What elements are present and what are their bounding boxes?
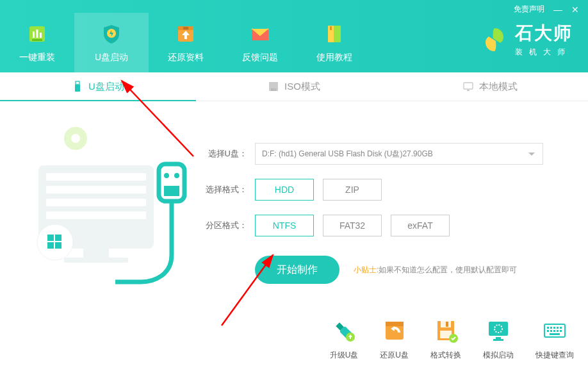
svg-rect-24 [46, 199, 146, 206]
partition-opt-exfat[interactable]: exFAT [391, 215, 450, 236]
action-format-convert[interactable]: 格式转换 [430, 318, 461, 361]
svg-rect-22 [46, 173, 146, 181]
iso-icon: ISO [268, 81, 279, 92]
svg-point-35 [174, 173, 179, 178]
start-button[interactable]: 开始制作 [255, 256, 339, 284]
subtab-label: ISO模式 [284, 81, 320, 93]
svg-rect-60 [557, 330, 559, 332]
svg-rect-13 [76, 81, 79, 85]
subtab-usb[interactable]: U盘启动 [0, 72, 196, 101]
partition-label: 分区格式： [205, 220, 247, 231]
svg-point-34 [164, 173, 169, 178]
tip-label: 小贴士: [354, 265, 379, 274]
action-hotkey[interactable]: 快捷键查询 [535, 318, 574, 361]
svg-rect-59 [553, 330, 555, 332]
restore-icon [382, 318, 407, 343]
nav-label: 一键重装 [19, 52, 55, 63]
nav-label: 还原资料 [168, 52, 204, 63]
svg-rect-4 [32, 39, 42, 41]
nav-usb-boot[interactable]: U盘启动 [74, 13, 149, 72]
app-header: 免责声明 — ✕ 一键重装 U盘启动 还原资料 反馈问题 [0, 0, 588, 72]
close-icon[interactable]: ✕ [571, 4, 579, 15]
floppy-icon [433, 318, 459, 343]
minimize-icon[interactable]: — [553, 4, 562, 15]
usb-label: 选择U盘： [205, 148, 247, 160]
illustration [19, 114, 192, 306]
partition-opt-fat32[interactable]: FAT32 [323, 215, 382, 236]
brand-logo-icon [480, 26, 509, 54]
svg-rect-61 [560, 330, 562, 332]
book-icon [323, 22, 346, 45]
subtab-label: U盘启动 [88, 81, 124, 93]
usb-select[interactable]: D:F: (hd1) General USB Flash Disk (U盘)27… [255, 143, 543, 165]
svg-rect-52 [547, 327, 549, 329]
tip-text: 小贴士:如果不知道怎么配置，使用默认配置即可 [354, 265, 517, 276]
action-label: 快捷键查询 [535, 350, 574, 361]
nav-tutorial[interactable]: 使用教程 [297, 13, 372, 72]
svg-rect-8 [183, 27, 188, 29]
svg-text:ISO: ISO [271, 88, 277, 92]
mail-icon [249, 22, 272, 45]
svg-rect-36 [164, 186, 179, 196]
monitor-icon [462, 81, 474, 92]
action-label: 还原U盘 [380, 350, 409, 361]
nav-feedback[interactable]: 反馈问题 [223, 13, 297, 72]
action-upgrade-usb[interactable]: 升级U盘 [330, 318, 359, 361]
action-label: 升级U盘 [330, 350, 359, 361]
svg-rect-41 [386, 322, 404, 326]
upload-box-icon [174, 22, 197, 45]
svg-rect-53 [550, 327, 552, 329]
format-opt-zip[interactable]: ZIP [323, 179, 382, 201]
svg-rect-31 [47, 242, 54, 249]
svg-rect-26 [83, 249, 109, 258]
monitor-boot-icon [486, 318, 511, 343]
svg-rect-62 [550, 333, 560, 335]
titlebar: 免责声明 — ✕ [505, 0, 588, 19]
svg-rect-14 [75, 85, 80, 92]
svg-rect-12 [330, 26, 332, 30]
action-label: 格式转换 [430, 350, 461, 361]
chart-icon [26, 22, 49, 45]
svg-rect-1 [33, 31, 35, 38]
subtab-iso[interactable]: ISO ISO模式 [196, 72, 392, 101]
svg-rect-47 [489, 322, 508, 336]
svg-rect-3 [40, 33, 42, 38]
action-simulate-boot[interactable]: 模拟启动 [483, 318, 514, 361]
partition-opt-ntfs[interactable]: NTFS [255, 215, 314, 236]
svg-point-20 [71, 134, 80, 143]
svg-rect-30 [55, 235, 61, 241]
action-restore-usb[interactable]: 还原U盘 [380, 318, 409, 361]
svg-rect-54 [553, 327, 555, 329]
main-nav: 一键重装 U盘启动 还原资料 反馈问题 使用教程 [0, 0, 372, 72]
usb-upgrade-icon [331, 318, 357, 343]
brand-subtitle: 装机大师 [515, 47, 573, 58]
usb-select-value: D:F: (hd1) General USB Flash Disk (U盘)27… [262, 149, 433, 160]
nav-label: 反馈问题 [242, 52, 278, 63]
svg-rect-17 [464, 83, 473, 89]
keyboard-icon [542, 318, 568, 343]
svg-rect-25 [46, 211, 146, 219]
format-opt-hdd[interactable]: HDD [255, 179, 314, 201]
main-content: 选择U盘： D:F: (hd1) General USB Flash Disk … [0, 101, 588, 371]
nav-label: 使用教程 [316, 52, 352, 63]
svg-rect-50 [493, 339, 503, 341]
svg-rect-44 [446, 322, 448, 327]
svg-rect-57 [547, 330, 549, 332]
nav-restore[interactable]: 还原资料 [149, 13, 223, 72]
subtabs: U盘启动 ISO ISO模式 本地模式 [0, 72, 588, 101]
svg-rect-27 [64, 258, 128, 263]
config-form: 选择U盘： D:F: (hd1) General USB Flash Disk … [205, 143, 564, 284]
svg-rect-29 [47, 235, 54, 241]
subtab-local[interactable]: 本地模式 [392, 72, 588, 101]
nav-reinstall[interactable]: 一键重装 [0, 13, 74, 72]
nav-label: U盘启动 [95, 52, 128, 63]
svg-rect-23 [46, 186, 146, 194]
brand-title: 石大师 [515, 21, 573, 45]
svg-rect-49 [496, 337, 501, 339]
usb-icon [72, 81, 83, 92]
shield-icon [100, 22, 123, 45]
svg-rect-58 [550, 330, 552, 332]
format-label: 选择格式： [205, 184, 247, 195]
disclaimer-link[interactable]: 免责声明 [514, 4, 544, 15]
svg-rect-18 [467, 90, 470, 91]
